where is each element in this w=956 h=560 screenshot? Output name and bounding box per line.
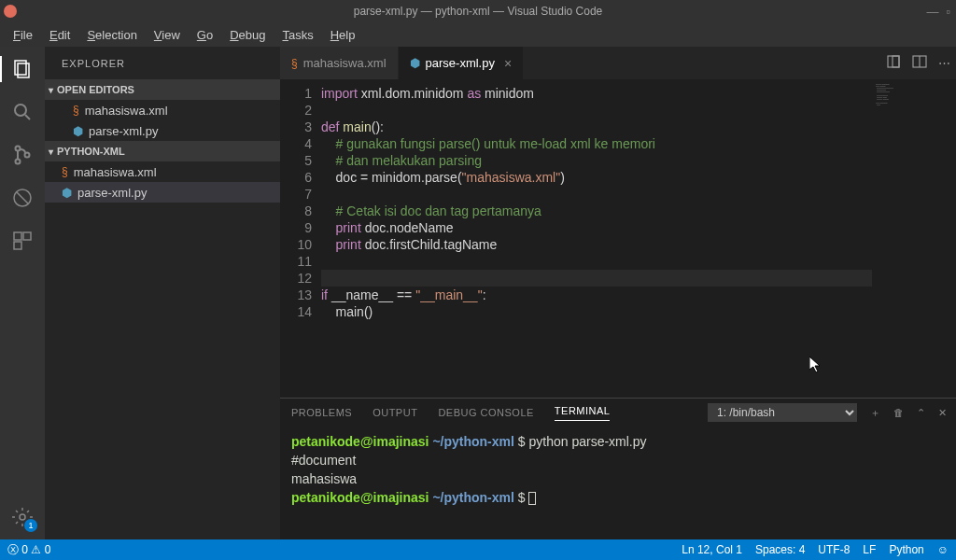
scm-activity-icon[interactable] — [9, 142, 35, 168]
menu-edit[interactable]: Edit — [42, 26, 77, 44]
debug-activity-icon[interactable] — [9, 185, 35, 211]
activity-bar: 1 — [0, 47, 45, 539]
file-icon: ⬢ — [73, 124, 83, 138]
menubar: FileEditSelectionViewGoDebugTasksHelp — [0, 22, 956, 47]
new-terminal-icon[interactable]: ＋ — [870, 406, 880, 420]
editor-tab[interactable]: ⬢parse-xml.py× — [399, 47, 525, 79]
status-indent[interactable]: Spaces: 4 — [755, 543, 805, 556]
panel-tab-problems[interactable]: PROBLEMS — [291, 407, 352, 418]
settings-badge: 1 — [24, 519, 37, 532]
terminal[interactable]: petanikode@imajinasi ~/python-xml $ pyth… — [280, 427, 956, 539]
panel-tabs: PROBLEMSOUTPUTDEBUG CONSOLETERMINAL 1: /… — [280, 399, 956, 427]
svg-point-5 — [16, 160, 21, 164]
svg-rect-11 — [14, 242, 21, 249]
sidebar-title: EXPLORER — [45, 47, 280, 79]
editor-area: §mahasiswa.xml⬢parse-xml.py× ⋯ 123456789… — [280, 47, 956, 539]
window-maximize-button[interactable]: ▫ — [946, 5, 950, 19]
status-language[interactable]: Python — [889, 543, 923, 556]
file-icon: § — [291, 57, 298, 70]
terminal-cursor — [528, 492, 536, 505]
window-close-button[interactable] — [4, 5, 17, 18]
menu-file[interactable]: File — [6, 26, 40, 44]
svg-rect-10 — [23, 232, 31, 240]
status-encoding[interactable]: UTF-8 — [818, 543, 850, 556]
window-title: parse-xml.py — python-xml — Visual Studi… — [354, 5, 603, 18]
file-icon: ⬢ — [410, 56, 420, 70]
svg-rect-9 — [14, 232, 21, 240]
maximize-panel-icon[interactable]: ⌃ — [917, 407, 925, 419]
status-errors[interactable]: ⓧ 0 ⚠ 0 — [7, 542, 50, 558]
panel-tab-output[interactable]: OUTPUT — [373, 407, 417, 418]
file-icon: § — [62, 165, 68, 178]
svg-line-8 — [17, 192, 28, 203]
menu-tasks[interactable]: Tasks — [274, 26, 320, 44]
bottom-panel: PROBLEMSOUTPUTDEBUG CONSOLETERMINAL 1: /… — [280, 398, 956, 539]
toggle-panel-icon[interactable] — [886, 54, 901, 72]
menu-debug[interactable]: Debug — [222, 26, 273, 44]
settings-gear-icon[interactable]: 1 — [9, 504, 35, 530]
code-editor[interactable]: import xml.dom.minidom as minidom def ma… — [321, 79, 872, 398]
terminal-output: mahasiswa — [291, 469, 945, 488]
minimap[interactable]: ▬▬▬ ▬▬▬▬▬▬ ▬▬▬ ▬▬▬▬▬▬▬▬▬ ▬▬▬▬▬ ▬▬▬▬▬▬▬ ▬… — [872, 79, 956, 398]
editor-tab[interactable]: §mahasiswa.xml — [280, 47, 399, 79]
kill-terminal-icon[interactable]: 🗑 — [893, 407, 904, 418]
file-icon: § — [73, 104, 79, 117]
menu-help[interactable]: Help — [323, 26, 363, 44]
status-line-col[interactable]: Ln 12, Col 1 — [682, 543, 742, 556]
terminal-output: #document — [291, 451, 945, 469]
explorer-activity-icon[interactable] — [9, 56, 35, 82]
file-item[interactable]: ⬢parse-xml.py — [45, 182, 280, 203]
status-eol[interactable]: LF — [863, 543, 876, 556]
line-numbers-gutter: 1234567891011121314 — [280, 79, 321, 398]
status-bar: ⓧ 0 ⚠ 0 Ln 12, Col 1 Spaces: 4 UTF-8 LF … — [0, 539, 956, 560]
extensions-activity-icon[interactable] — [9, 228, 35, 254]
svg-line-3 — [25, 115, 30, 119]
svg-point-2 — [15, 105, 26, 116]
svg-point-12 — [20, 514, 25, 520]
explorer-sidebar: EXPLORER ▾OPEN EDITORS §mahasiswa.xml⬢pa… — [45, 47, 280, 539]
close-panel-icon[interactable]: ✕ — [938, 407, 947, 419]
menu-selection[interactable]: Selection — [79, 26, 144, 44]
menu-view[interactable]: View — [147, 26, 188, 44]
folder-header[interactable]: ▾PYTHON-XML — [45, 141, 280, 161]
menu-go[interactable]: Go — [190, 26, 220, 44]
open-editor-item[interactable]: ⬢parse-xml.py — [45, 120, 280, 141]
file-icon: ⬢ — [62, 186, 72, 200]
window-minimize-button[interactable]: — — [926, 5, 938, 19]
open-editors-header[interactable]: ▾OPEN EDITORS — [45, 79, 280, 100]
editor-tabs: §mahasiswa.xml⬢parse-xml.py× ⋯ — [280, 47, 956, 79]
svg-rect-13 — [888, 56, 899, 67]
terminal-selector[interactable]: 1: /bin/bash — [708, 403, 857, 422]
file-item[interactable]: §mahasiswa.xml — [45, 161, 280, 182]
svg-point-4 — [16, 147, 21, 151]
panel-tab-terminal[interactable]: TERMINAL — [555, 405, 611, 421]
search-activity-icon[interactable] — [9, 99, 35, 125]
svg-point-6 — [25, 153, 30, 158]
split-editor-icon[interactable] — [912, 54, 927, 72]
close-tab-icon[interactable]: × — [504, 56, 512, 71]
more-actions-icon[interactable]: ⋯ — [938, 56, 950, 70]
svg-rect-14 — [893, 56, 899, 67]
titlebar: parse-xml.py — python-xml — Visual Studi… — [0, 0, 956, 22]
status-feedback-icon[interactable]: ☺ — [937, 543, 949, 556]
panel-tab-debug-console[interactable]: DEBUG CONSOLE — [438, 407, 533, 418]
open-editor-item[interactable]: §mahasiswa.xml — [45, 100, 280, 120]
